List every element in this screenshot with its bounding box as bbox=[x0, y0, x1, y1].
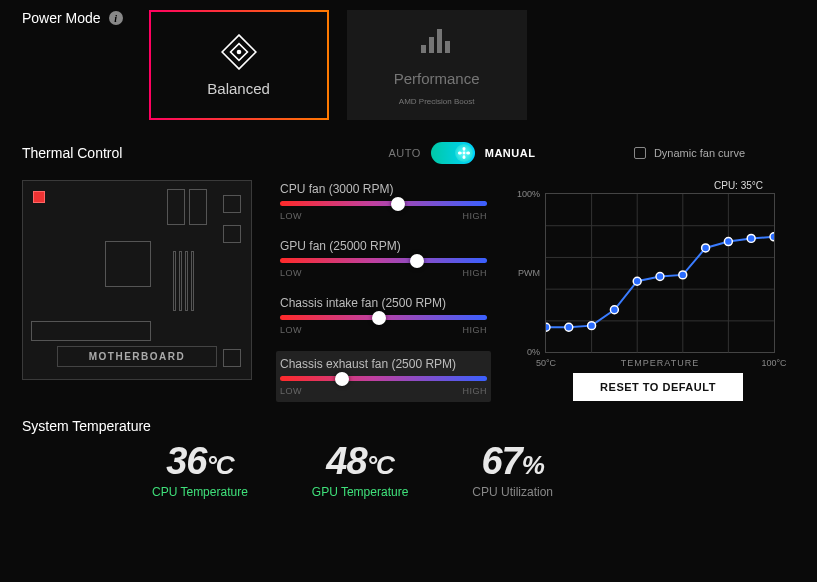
fan-slider-thumb[interactable] bbox=[410, 254, 424, 268]
fan-curve-panel: CPU: 35°C 100% 0% PWM 50°C 100°C TEMPERA… bbox=[515, 180, 775, 402]
stat-label: CPU Utilization bbox=[472, 485, 553, 499]
svg-point-18 bbox=[588, 322, 596, 330]
mobo-component bbox=[185, 251, 188, 311]
power-mode-title: Power Mode i bbox=[22, 10, 123, 26]
power-mode-section: Power Mode i Balanced Performance AMD Pr… bbox=[0, 0, 817, 128]
svg-point-19 bbox=[610, 306, 618, 314]
y-axis-label: PWM bbox=[518, 268, 540, 278]
slider-range-labels: LOWHIGH bbox=[280, 325, 487, 335]
stat-value: 48°C bbox=[312, 440, 409, 483]
stat-value: 67% bbox=[472, 440, 553, 483]
fan-slider-thumb[interactable] bbox=[391, 197, 405, 211]
system-temperature-title: System Temperature bbox=[22, 418, 795, 434]
svg-point-23 bbox=[702, 244, 710, 252]
fan-slider-row[interactable]: CPU fan (3000 RPM)LOWHIGH bbox=[276, 180, 491, 223]
fan-slider-track[interactable] bbox=[280, 258, 487, 263]
power-mode-balanced[interactable]: Balanced bbox=[149, 10, 329, 120]
info-icon[interactable]: i bbox=[109, 11, 123, 25]
mobo-component bbox=[223, 349, 241, 367]
power-mode-label: Balanced bbox=[207, 80, 270, 97]
svg-point-20 bbox=[633, 277, 641, 285]
mobo-component bbox=[173, 251, 176, 311]
high-label: HIGH bbox=[463, 386, 488, 396]
svg-point-2 bbox=[236, 49, 241, 54]
mobo-component bbox=[105, 241, 151, 287]
fan-curve-chart[interactable]: 100% 0% PWM 50°C 100°C TEMPERATURE bbox=[545, 193, 775, 353]
low-label: LOW bbox=[280, 386, 302, 396]
svg-rect-5 bbox=[437, 29, 442, 53]
mobo-component bbox=[179, 251, 182, 311]
y-tick: 0% bbox=[527, 347, 540, 357]
power-mode-label: Performance bbox=[394, 70, 480, 87]
fan-slider-row[interactable]: Chassis exhaust fan (2500 RPM)LOWHIGH bbox=[276, 351, 491, 402]
svg-point-22 bbox=[679, 271, 687, 279]
thermal-title: Thermal Control bbox=[22, 145, 122, 161]
auto-label: AUTO bbox=[388, 147, 420, 159]
svg-point-16 bbox=[546, 323, 550, 331]
thermal-mode-toggle-group: AUTO MANUAL bbox=[388, 142, 535, 164]
mobo-component bbox=[167, 189, 185, 225]
cpu-temp-readout: CPU: 35°C bbox=[515, 180, 763, 191]
fan-slider-row[interactable]: Chassis intake fan (2500 RPM)LOWHIGH bbox=[276, 294, 491, 337]
svg-rect-6 bbox=[445, 41, 450, 53]
fan-sliders: CPU fan (3000 RPM)LOWHIGHGPU fan (25000 … bbox=[276, 180, 491, 402]
svg-rect-4 bbox=[429, 37, 434, 53]
high-label: HIGH bbox=[463, 325, 488, 335]
svg-point-25 bbox=[747, 234, 755, 242]
stat-label: CPU Temperature bbox=[152, 485, 248, 499]
svg-rect-3 bbox=[421, 45, 426, 53]
mobo-component bbox=[191, 251, 194, 311]
svg-point-7 bbox=[462, 152, 465, 155]
svg-point-26 bbox=[770, 233, 774, 241]
power-mode-sublabel: AMD Precision Boost bbox=[399, 97, 475, 106]
chart-plot bbox=[546, 194, 774, 353]
y-tick: 100% bbox=[517, 189, 540, 199]
x-tick: 50°C bbox=[536, 358, 556, 368]
mobo-indicator bbox=[33, 191, 45, 203]
svg-point-24 bbox=[724, 238, 732, 246]
low-label: LOW bbox=[280, 268, 302, 278]
high-label: HIGH bbox=[463, 211, 488, 221]
power-mode-title-text: Power Mode bbox=[22, 10, 101, 26]
performance-icon bbox=[417, 24, 457, 60]
fan-slider-thumb[interactable] bbox=[372, 311, 386, 325]
slider-range-labels: LOWHIGH bbox=[280, 386, 487, 396]
fan-icon bbox=[455, 144, 473, 162]
slider-range-labels: LOWHIGH bbox=[280, 268, 487, 278]
x-tick: 100°C bbox=[761, 358, 786, 368]
fan-slider-track[interactable] bbox=[280, 376, 487, 381]
stat-block: 36°CCPU Temperature bbox=[152, 440, 248, 499]
fan-slider-row[interactable]: GPU fan (25000 RPM)LOWHIGH bbox=[276, 237, 491, 280]
motherboard-label: MOTHERBOARD bbox=[57, 346, 217, 367]
high-label: HIGH bbox=[463, 268, 488, 278]
dynamic-curve-label: Dynamic fan curve bbox=[654, 147, 745, 159]
checkbox-icon[interactable] bbox=[634, 147, 646, 159]
fan-label: GPU fan (25000 RPM) bbox=[280, 239, 487, 253]
thermal-control-section: Thermal Control AUTO MANUAL Dynamic fan … bbox=[0, 128, 817, 412]
manual-label: MANUAL bbox=[485, 147, 536, 159]
motherboard-diagram[interactable]: MOTHERBOARD bbox=[22, 180, 252, 380]
stat-block: 48°CGPU Temperature bbox=[312, 440, 409, 499]
mobo-component bbox=[223, 225, 241, 243]
thermal-header: Thermal Control AUTO MANUAL Dynamic fan … bbox=[22, 142, 795, 164]
thermal-mode-toggle[interactable] bbox=[431, 142, 475, 164]
svg-point-17 bbox=[565, 323, 573, 331]
fan-slider-thumb[interactable] bbox=[335, 372, 349, 386]
x-axis-label: TEMPERATURE bbox=[621, 358, 699, 368]
stat-value: 36°C bbox=[152, 440, 248, 483]
low-label: LOW bbox=[280, 325, 302, 335]
stat-block: 67%CPU Utilization bbox=[472, 440, 553, 499]
svg-point-21 bbox=[656, 273, 664, 281]
system-temperature-section: System Temperature 36°CCPU Temperature48… bbox=[0, 412, 817, 505]
thermal-body: MOTHERBOARD CPU fan (3000 RPM)LOWHIGHGPU… bbox=[22, 180, 795, 402]
power-mode-performance[interactable]: Performance AMD Precision Boost bbox=[347, 10, 527, 120]
stats-row: 36°CCPU Temperature48°CGPU Temperature67… bbox=[152, 440, 795, 499]
power-mode-cards: Balanced Performance AMD Precision Boost bbox=[149, 10, 527, 120]
fan-slider-track[interactable] bbox=[280, 315, 487, 320]
dynamic-fan-curve[interactable]: Dynamic fan curve bbox=[634, 147, 745, 159]
mobo-component bbox=[31, 321, 151, 341]
fan-label: CPU fan (3000 RPM) bbox=[280, 182, 487, 196]
balanced-icon bbox=[221, 34, 257, 70]
reset-to-default-button[interactable]: RESET TO DEFAULT bbox=[573, 373, 743, 401]
fan-slider-track[interactable] bbox=[280, 201, 487, 206]
